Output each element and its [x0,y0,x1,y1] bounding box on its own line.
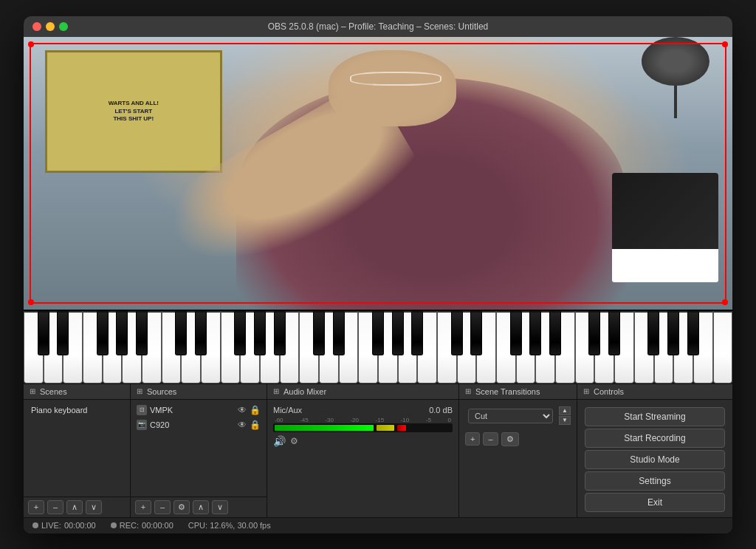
white-key[interactable] [181,311,201,383]
vu-meter [273,423,453,432]
sources-add-button[interactable]: + [135,500,151,514]
sources-panel: ⊞ Sources ⊡ VMPK 👁 🔒 📷 [131,384,267,517]
source-item-vmpk[interactable]: ⊡ VMPK 👁 🔒 [134,403,264,417]
white-key[interactable] [103,311,123,383]
transition-select[interactable]: Cut [468,409,553,423]
visibility-icon-vmpk[interactable]: 👁 [238,405,247,415]
titlebar: OBS 25.0.8 (mac) – Profile: Teaching – S… [24,16,732,37]
meter-label-60: -60 [275,417,284,423]
scenes-header: ⊞ Scenes [24,384,130,400]
window-title: OBS 25.0.8 (mac) – Profile: Teaching – S… [268,21,489,32]
transition-add-button[interactable]: + [465,432,480,446]
white-key[interactable] [122,311,142,383]
white-key[interactable] [378,311,398,383]
settings-button[interactable]: Settings [585,471,725,491]
white-key[interactable] [260,311,280,383]
white-key[interactable] [654,311,674,383]
fullscreen-button[interactable] [59,22,68,31]
lock-icon-vmpk[interactable]: 🔒 [250,405,261,415]
sources-icon: ⊞ [137,387,142,395]
white-key[interactable] [83,311,103,383]
mixer-settings-button[interactable]: ⚙ [290,436,298,446]
white-key[interactable] [516,311,536,383]
transition-down-button[interactable]: ▼ [559,416,571,425]
white-key[interactable] [162,311,182,383]
scenes-content: Piano keyboard [24,400,130,497]
live-status: LIVE: 00:00:00 [32,521,96,530]
meter-label-45: -45 [300,417,309,423]
mixer-panel: ⊞ Audio Mixer Mic/Aux 0.0 dB -60 -45 -3 [267,384,459,517]
white-key[interactable] [693,311,713,383]
white-key[interactable] [240,311,260,383]
visibility-icon-c920[interactable]: 👁 [238,420,247,430]
sources-remove-button[interactable]: – [154,500,171,514]
white-key[interactable] [496,311,516,383]
white-key[interactable] [634,311,654,383]
mixer-track-name: Mic/Aux [273,406,302,415]
exit-button[interactable]: Exit [585,493,725,512]
white-key[interactable] [575,311,595,383]
white-key[interactable] [398,311,418,383]
white-key[interactable] [339,311,359,383]
lock-icon-c920[interactable]: 🔒 [250,420,261,430]
white-key[interactable] [358,311,378,383]
start-streaming-button[interactable]: Start Streaming [585,407,725,426]
white-key[interactable] [535,311,555,383]
transitions-header: ⊞ Scene Transitions [459,384,577,400]
minimize-button[interactable] [46,22,55,31]
source-actions-vmpk: 👁 🔒 [238,405,261,415]
transition-up-button[interactable]: ▲ [559,406,571,415]
scene-item-piano[interactable]: Piano keyboard [27,403,127,417]
white-key[interactable] [44,311,63,383]
mixer-content: Mic/Aux 0.0 dB -60 -45 -30 -20 -15 -10 -… [267,400,458,517]
meter-label-5: -5 [426,417,431,423]
scenes-up-button[interactable]: ∧ [66,500,83,514]
rec-time: 00:00:00 [142,521,173,530]
meter-yellow [377,425,394,431]
live-time: 00:00:00 [64,521,96,530]
scenes-remove-button[interactable]: – [47,500,63,514]
white-key[interactable] [299,311,319,383]
controls-header: ⊞ Controls [577,384,732,400]
mixer-track-header: Mic/Aux 0.0 dB [273,406,453,415]
sources-settings-button[interactable]: ⚙ [173,500,190,514]
sources-down-button[interactable]: ∨ [212,500,228,514]
white-key[interactable] [280,311,300,383]
scenes-footer: + – ∧ ∨ [24,497,130,517]
white-key[interactable] [221,311,241,383]
controls-icon: ⊞ [583,387,589,395]
poster-text: WARTS AND ALL! LET'S START THIS SHIT UP! [109,100,159,123]
transition-remove-button[interactable]: – [483,432,498,446]
white-key[interactable] [63,311,83,383]
white-key[interactable] [614,311,634,383]
sources-up-button[interactable]: ∧ [193,500,209,514]
studio-mode-button[interactable]: Studio Mode [585,450,725,469]
white-key[interactable] [201,311,221,383]
white-key[interactable] [555,311,575,383]
white-key[interactable] [24,311,44,383]
white-key[interactable] [319,311,339,383]
transition-settings-button[interactable]: ⚙ [501,432,519,446]
white-key[interactable] [713,311,732,383]
white-key[interactable] [476,311,496,383]
transition-row: Cut ▲ ▼ [462,403,574,429]
scenes-add-button[interactable]: + [28,500,44,514]
white-key[interactable] [594,311,614,383]
white-key[interactable] [142,311,162,383]
live-dot [32,522,38,528]
start-recording-button[interactable]: Start Recording [585,429,725,448]
cpu-status: CPU: 12.6%, 30.00 fps [188,521,271,530]
white-key[interactable] [417,311,437,383]
white-key[interactable] [457,311,477,383]
close-button[interactable] [32,22,41,31]
white-key[interactable] [437,311,457,383]
keys-container [24,311,732,383]
mute-button[interactable]: 🔊 [273,435,286,447]
traffic-lights [32,22,68,31]
white-key[interactable] [673,311,693,383]
scenes-down-button[interactable]: ∨ [86,500,102,514]
meter-label-20: -20 [350,417,359,423]
source-item-c920[interactable]: 📷 C920 👁 🔒 [134,417,264,432]
transitions-panel: ⊞ Scene Transitions Cut ▲ ▼ + [459,384,577,517]
transition-spinner: ▲ ▼ [559,406,571,424]
